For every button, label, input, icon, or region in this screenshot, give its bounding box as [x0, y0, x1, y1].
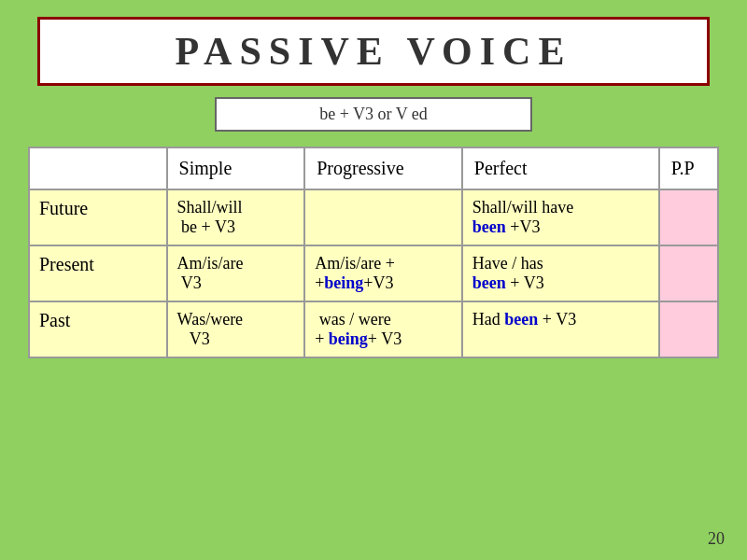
label-present: Present [29, 245, 167, 301]
subtitle-text: be + V3 or V ed [319, 105, 428, 123]
label-past: Past [29, 301, 167, 357]
table-header-row: Simple Progressive Perfect P.P [29, 147, 718, 189]
present-simple: Am/is/are V3 [167, 245, 305, 301]
header-progressive: Progressive [304, 147, 462, 189]
present-pp [659, 245, 718, 301]
page-title: PASSIVE VOICE [176, 30, 572, 73]
future-progressive [304, 189, 462, 245]
present-progressive: Am/is/are ++being+V3 [304, 245, 462, 301]
table-row-present: Present Am/is/are V3 Am/is/are ++being+V… [29, 245, 718, 301]
title-box: PASSIVE VOICE [37, 17, 710, 86]
label-future: Future [29, 189, 167, 245]
table-row-past: Past Was/were V3 was / were + being+ V3 … [29, 301, 718, 357]
subtitle-box: be + V3 or V ed [215, 97, 532, 132]
table-row-future: Future Shall/will be + V3 Shall/will hav… [29, 189, 718, 245]
header-simple: Simple [167, 147, 305, 189]
past-progressive: was / were + being+ V3 [304, 301, 462, 357]
present-perfect-been: been [472, 273, 506, 292]
future-perfect-been: been [472, 217, 506, 236]
header-perfect: Perfect [462, 147, 659, 189]
future-perfect: Shall/will have been +V3 [462, 189, 659, 245]
header-pp: P.P [659, 147, 718, 189]
future-pp [659, 189, 718, 245]
header-empty [29, 147, 167, 189]
present-progressive-being: being [324, 273, 363, 292]
passive-voice-table: Simple Progressive Perfect P.P Future Sh… [28, 147, 719, 358]
past-pp [659, 301, 718, 357]
past-perfect: Had been + V3 [462, 301, 659, 357]
page-number: 20 [708, 529, 725, 549]
future-simple: Shall/will be + V3 [167, 189, 305, 245]
past-progressive-being: being [329, 329, 368, 348]
present-perfect: Have / has been + V3 [462, 245, 659, 301]
past-simple: Was/were V3 [167, 301, 305, 357]
past-perfect-been: been [504, 310, 538, 329]
table-wrapper: Simple Progressive Perfect P.P Future Sh… [28, 147, 719, 358]
